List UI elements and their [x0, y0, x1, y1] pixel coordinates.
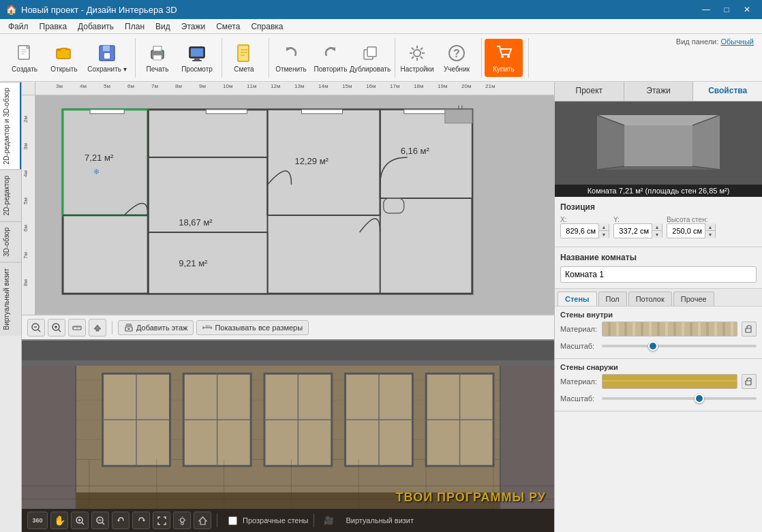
walls-inner-scale-slider[interactable] — [602, 339, 757, 353]
svg-rect-139 — [181, 522, 183, 525]
svg-text:7,21 м²: 7,21 м² — [85, 153, 114, 163]
minimize-button[interactable]: — — [697, 0, 716, 19]
menu-edit[interactable]: Правка — [34, 20, 73, 33]
menu-add[interactable]: Добавить — [72, 20, 119, 33]
ruler-horizontal: 3м 4м 5м 6м 7м 8м 9м 10м 11м 12м 13м 14м… — [35, 82, 554, 95]
wall-height-spinner[interactable]: 250,0 см ▲ ▼ — [667, 223, 716, 238]
view-3d[interactable]: ТВОИ ПРОГРАММЫ РУ 360 ✋ — [22, 341, 554, 532]
tutorial-button[interactable]: ? Учебник — [438, 39, 476, 77]
menu-help[interactable]: Справка — [245, 20, 288, 33]
print-label: Печать — [147, 65, 169, 73]
svg-marker-132 — [117, 520, 120, 522]
y-label: Y: — [613, 216, 620, 223]
wall-height-spin-buttons[interactable]: ▲ ▼ — [705, 223, 715, 238]
floorplan-canvas[interactable]: 7,21 м² ❄ 18,67 м² 12,29 м² 6,16 м² 9,21… — [35, 95, 554, 315]
separator-3d-2 — [314, 514, 314, 527]
svg-rect-7 — [104, 53, 110, 59]
sidebar-tab-virtual[interactable]: Виртуальный визит — [0, 262, 21, 336]
panel-view-value[interactable]: Обычный — [720, 37, 754, 46]
menu-file[interactable]: Файл — [3, 20, 34, 33]
buy-button[interactable]: Купить — [485, 39, 523, 77]
sub-tab-floor[interactable]: Пол — [598, 292, 627, 306]
walls-outer-section: Стены снаружи Материал: Масштаб: — [555, 359, 762, 411]
zoom-out-3d-button[interactable] — [91, 512, 109, 529]
home-3d-button[interactable] — [194, 512, 211, 529]
virtual-visit-label[interactable]: Виртуальный визит — [346, 516, 414, 525]
duplicate-button[interactable]: Дублировать — [351, 39, 389, 77]
estimate-button[interactable]: Смета — [225, 39, 263, 77]
y-spinner[interactable]: 337,2 см ▲ ▼ — [613, 223, 662, 238]
rotate-right-button[interactable] — [132, 512, 150, 529]
menu-floors[interactable]: Этажи — [176, 20, 211, 33]
create-icon — [14, 42, 35, 64]
360-button[interactable]: 360 — [27, 512, 48, 529]
add-floor-button[interactable]: Добавить этаж — [118, 320, 194, 335]
left-sidebar: 2D-редактор и 3D-обзор 2D-редактор 3D-об… — [0, 82, 22, 532]
x-spinner[interactable]: 829,6 см ▲ ▼ — [560, 223, 609, 238]
walls-outer-scale-slider[interactable] — [602, 392, 757, 405]
sidebar-tab-2d3d[interactable]: 2D-редактор и 3D-обзор — [0, 82, 21, 170]
redo-button[interactable]: Повторить — [311, 39, 350, 77]
walls-inner-material-browse[interactable] — [742, 322, 757, 337]
tutorial-icon: ? — [446, 42, 468, 64]
measure-button[interactable] — [68, 319, 86, 337]
room-name-input[interactable] — [560, 266, 757, 283]
sub-tab-ceiling[interactable]: Потолок — [628, 292, 672, 306]
sidebar-tab-2d[interactable]: 2D-редактор — [0, 170, 21, 221]
tab-project[interactable]: Проект — [555, 82, 624, 101]
y-spin-down[interactable]: ▼ — [652, 231, 662, 238]
transparent-walls-checkbox[interactable] — [228, 516, 237, 525]
undo-button[interactable]: Отменить — [272, 39, 310, 77]
reset-view-button[interactable] — [89, 319, 106, 337]
settings-button[interactable]: Настройки — [398, 39, 436, 77]
sub-tab-other[interactable]: Прочее — [673, 292, 714, 306]
svg-line-32 — [412, 57, 414, 59]
sidebar-tab-3d[interactable]: 3D-обзор — [0, 221, 21, 262]
close-button[interactable]: ✕ — [737, 0, 757, 19]
menu-plan[interactable]: План — [119, 20, 150, 33]
sub-tab-walls[interactable]: Стены — [558, 292, 597, 306]
zoom-out-button[interactable] — [27, 319, 45, 337]
transparent-walls-toggle[interactable]: Прозрачные стены — [228, 516, 308, 525]
x-spin-buttons[interactable]: ▲ ▼ — [598, 223, 609, 238]
fullscreen-button[interactable] — [153, 512, 170, 529]
svg-point-134 — [180, 518, 184, 522]
print-button[interactable]: Печать — [138, 39, 177, 77]
undo-icon — [280, 42, 302, 64]
preview-button[interactable]: Просмотр — [178, 39, 216, 77]
walls-outer-title: Стены снаружи — [560, 363, 757, 371]
pan-button[interactable]: ✋ — [50, 512, 68, 529]
tab-properties[interactable]: Свойства — [693, 82, 762, 101]
walls-outer-scale-label: Масштаб: — [560, 394, 598, 403]
y-spin-up[interactable]: ▲ — [652, 223, 662, 231]
y-spin-buttons[interactable]: ▲ ▼ — [652, 223, 662, 238]
title-bar-controls[interactable]: — □ ✕ — [697, 0, 757, 19]
walls-inner-scale-thumb[interactable] — [648, 341, 658, 351]
menu-view[interactable]: Вид — [150, 20, 176, 33]
rotate-left-button[interactable] — [112, 512, 129, 529]
wall-height-spin-down[interactable]: ▼ — [705, 231, 715, 238]
wall-height-input-group: Высота стен: 250,0 см ▲ ▼ — [667, 216, 716, 238]
maximize-button[interactable]: □ — [717, 0, 736, 19]
zoom-in-button[interactable] — [48, 319, 65, 337]
menu-estimate[interactable]: Смета — [211, 20, 245, 33]
svg-point-24 — [414, 50, 421, 57]
menu-bar: Файл Правка Добавить План Вид Этажи Смет… — [0, 19, 762, 34]
create-button[interactable]: Создать — [5, 39, 44, 77]
save-button[interactable]: Сохранить ▾ — [85, 39, 129, 77]
light-button[interactable] — [173, 512, 191, 529]
svg-point-11 — [161, 52, 163, 54]
x-spin-up[interactable]: ▲ — [599, 223, 609, 231]
open-button[interactable]: Открыть — [45, 39, 83, 77]
tab-floors[interactable]: Этажи — [624, 82, 694, 101]
zoom-in-3d-button[interactable] — [71, 512, 89, 529]
walls-inner-section: Стены внутри Материал: Масштаб: — [555, 307, 762, 359]
x-spin-down[interactable]: ▼ — [599, 231, 609, 238]
wall-height-spin-up[interactable]: ▲ — [705, 223, 715, 231]
svg-rect-48 — [148, 232, 267, 294]
walls-outer-material-browse[interactable] — [742, 374, 757, 389]
walls-outer-scale-thumb[interactable] — [695, 394, 704, 403]
walls-inner-scale-label: Масштаб: — [560, 342, 598, 350]
show-dimensions-button[interactable]: 123 Показывать все размеры — [196, 320, 309, 335]
tutorial-label: Учебник — [444, 65, 470, 73]
